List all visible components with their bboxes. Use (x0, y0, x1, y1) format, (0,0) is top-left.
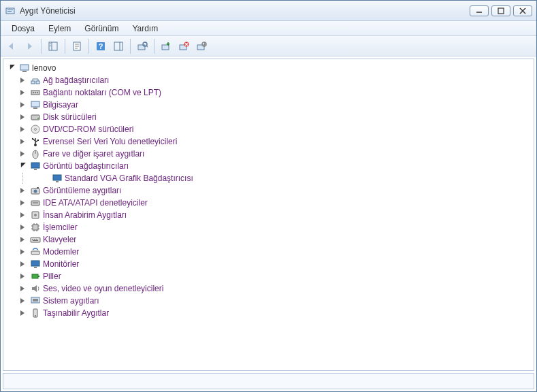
menu-help[interactable]: Yardım (125, 22, 165, 35)
tree-category[interactable]: DVD/CD-ROM sürücüleri (3, 123, 534, 135)
properties-button[interactable] (69, 38, 85, 54)
svg-text:?: ? (99, 42, 103, 50)
uninstall-button[interactable] (176, 38, 192, 54)
tree-node-label: Evrensel Seri Veri Yolu denetleyicileri (43, 135, 181, 148)
expand-toggle[interactable] (17, 222, 28, 233)
app-icon (5, 5, 16, 16)
menu-action[interactable]: Eylem (42, 22, 78, 35)
tree-device[interactable]: Standard VGA Grafik Bağdaştırıcısı (3, 172, 534, 184)
tree-category[interactable]: Klavyeler (3, 233, 534, 246)
tree-root[interactable]: lenovo (3, 62, 534, 74)
tree-category[interactable]: Monitörler (3, 258, 534, 270)
window-controls (470, 5, 532, 16)
tree-category[interactable]: Sistem aygıtları (3, 295, 534, 307)
dvd-icon (30, 124, 41, 135)
tree-category[interactable]: Görüntüleme aygıtları (3, 184, 534, 197)
svg-point-43 (37, 118, 39, 119)
device-tree[interactable]: lenovoAğ bağdaştırıcılarıBağlantı noktal… (3, 59, 534, 371)
svg-rect-83 (38, 276, 39, 277)
menu-file[interactable]: Dosya (5, 22, 42, 35)
expand-toggle[interactable] (17, 161, 28, 172)
hid-icon (30, 210, 41, 220)
svg-rect-2 (7, 11, 12, 12)
device-manager-window: Aygıt Yöneticisi Dosya Eylem Görünüm Yar… (0, 0, 537, 392)
tree-category[interactable]: Görüntü bağdaştırıcıları (3, 160, 534, 172)
svg-rect-76 (34, 239, 35, 240)
menu-view[interactable]: Görünüm (78, 22, 125, 35)
disable-button[interactable] (193, 38, 210, 54)
tree-node-label: Taşınabilir Aygıtlar (43, 307, 113, 319)
display-icon (30, 161, 41, 172)
svg-rect-40 (31, 101, 39, 107)
tree-category[interactable]: Piller (3, 270, 534, 282)
tree-category[interactable]: Ses, video ve oyun denetleyicileri (3, 282, 534, 295)
svg-rect-54 (31, 163, 39, 168)
tree-category[interactable]: Fare ve diğer işaret aygıtları (3, 148, 534, 160)
tree-category[interactable]: Taşınabilir Aygıtlar (3, 307, 534, 319)
expand-toggle[interactable] (17, 99, 28, 110)
tree-node-label: Piller (43, 270, 65, 282)
computer-icon (30, 99, 41, 110)
back-button[interactable] (3, 38, 20, 54)
tree-node-label: Modemler (43, 246, 83, 258)
expand-toggle[interactable] (17, 210, 28, 220)
close-button[interactable] (513, 5, 532, 16)
tree-category[interactable]: Evrensel Seri Veri Yolu denetleyicileri (3, 135, 534, 148)
svg-rect-55 (34, 169, 37, 170)
disk-icon (30, 112, 41, 122)
expand-toggle[interactable] (17, 234, 28, 245)
forward-button[interactable] (21, 38, 37, 54)
svg-rect-10 (50, 46, 51, 46)
action-pane-button[interactable] (110, 38, 127, 54)
tree-category[interactable]: İşlemciler (3, 221, 534, 233)
toolbar-separator (65, 39, 65, 54)
expand-toggle[interactable] (17, 308, 28, 318)
svg-rect-85 (33, 299, 38, 301)
expand-toggle[interactable] (17, 283, 28, 294)
expand-toggle[interactable] (6, 63, 17, 74)
help-button[interactable]: ? (93, 38, 109, 54)
expand-toggle[interactable] (17, 185, 28, 196)
svg-rect-78 (33, 240, 38, 241)
svg-rect-51 (37, 140, 39, 141)
expand-toggle[interactable] (17, 197, 28, 208)
expand-toggle[interactable] (17, 124, 28, 135)
expand-toggle[interactable] (17, 271, 28, 282)
tree-node-label: Fare ve diğer işaret aygıtları (43, 148, 148, 160)
tree-category[interactable]: İnsan Arabirim Aygıtları (3, 209, 534, 221)
expand-toggle[interactable] (17, 259, 28, 270)
tree-node-label: DVD/CD-ROM sürücüleri (43, 123, 137, 135)
tree-category[interactable]: Disk sürücüleri (3, 111, 534, 123)
show-hide-console-tree-button[interactable] (45, 38, 61, 54)
svg-rect-4 (498, 8, 504, 14)
svg-rect-9 (50, 44, 51, 44)
expand-toggle[interactable] (17, 246, 28, 257)
maximize-button[interactable] (491, 5, 510, 16)
minimize-button[interactable] (470, 5, 489, 16)
svg-rect-81 (34, 267, 37, 268)
expand-toggle[interactable] (17, 148, 28, 159)
svg-rect-31 (31, 81, 35, 84)
svg-rect-41 (33, 108, 37, 109)
tree-category[interactable]: Ağ bağdaştırıcıları (3, 74, 534, 86)
expand-toggle[interactable] (17, 75, 28, 86)
tree-category[interactable]: Modemler (3, 246, 534, 258)
svg-rect-74 (31, 238, 40, 242)
window-title: Aygıt Yöneticisi (20, 6, 470, 16)
svg-rect-79 (31, 251, 39, 255)
expand-toggle[interactable] (17, 295, 28, 306)
expand-toggle[interactable] (17, 112, 28, 122)
tree-node-label: Sistem aygıtları (43, 295, 103, 307)
tree-category[interactable]: Bağlantı noktaları (COM ve LPT) (3, 86, 534, 99)
update-driver-button[interactable] (158, 38, 174, 54)
svg-rect-75 (32, 239, 33, 240)
tree-node-label: İşlemciler (43, 221, 82, 233)
expand-toggle[interactable] (17, 87, 28, 98)
svg-rect-80 (31, 261, 39, 266)
svg-point-59 (34, 190, 37, 193)
cpu-icon (30, 222, 41, 233)
expand-toggle[interactable] (17, 136, 28, 147)
scan-hardware-button[interactable] (134, 38, 150, 54)
tree-category[interactable]: Bilgisayar (3, 99, 534, 111)
tree-category[interactable]: IDE ATA/ATAPI denetleyiciler (3, 197, 534, 209)
